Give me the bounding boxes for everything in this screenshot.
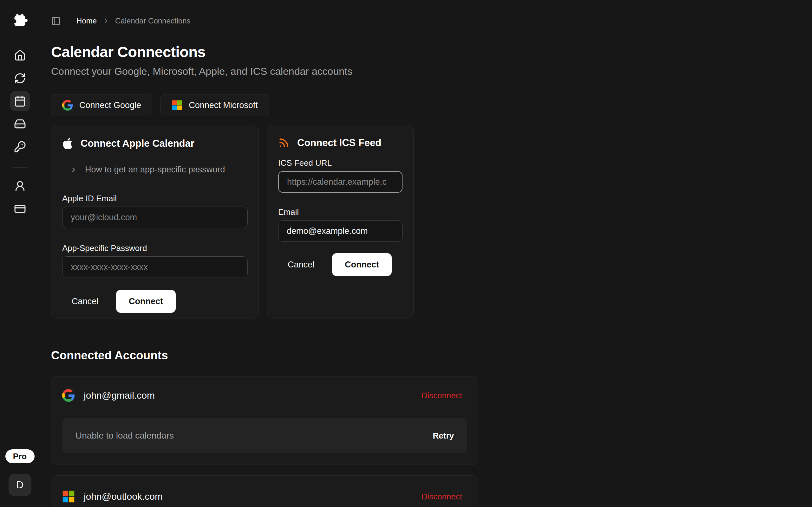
- account-email: john@outlook.com: [84, 491, 163, 502]
- connected-account-card-microsoft: john@outlook.com Disconnect: [51, 475, 478, 507]
- apple-card-title: Connect Apple Calendar: [81, 138, 194, 149]
- main-content: Home Calendar Connections Calendar Conne…: [40, 0, 812, 507]
- help-label: How to get an app-specific password: [85, 165, 225, 175]
- app-logo[interactable]: [12, 13, 28, 29]
- account-email: john@gmail.com: [84, 390, 155, 401]
- app-specific-password-input[interactable]: [62, 257, 248, 278]
- ics-email-input[interactable]: [278, 220, 403, 242]
- ics-card-actions: Cancel Connect: [278, 253, 403, 276]
- sidebar-toggle-button[interactable]: [51, 16, 61, 26]
- calendar-icon: [14, 95, 26, 107]
- ics-feed-url-label: ICS Feed URL: [278, 158, 403, 168]
- microsoft-icon: [62, 490, 75, 503]
- chevron-right-icon: [70, 166, 78, 174]
- provider-buttons: Connect Google Connect Microsoft: [51, 94, 793, 116]
- apple-card-actions: Cancel Connect: [62, 290, 248, 313]
- user-icon: [14, 180, 26, 192]
- panel-left-icon: [51, 16, 61, 26]
- apple-calendar-card: Connect Apple Calendar How to get an app…: [51, 125, 259, 319]
- account-row: john@outlook.com Disconnect: [62, 490, 467, 503]
- connect-google-label: Connect Google: [79, 101, 141, 110]
- disconnect-button[interactable]: Disconnect: [421, 492, 462, 502]
- page-title: Calendar Connections: [51, 43, 793, 60]
- apple-cancel-button[interactable]: Cancel: [62, 290, 108, 313]
- sidebar-item-home[interactable]: [10, 45, 30, 66]
- retry-button[interactable]: Retry: [433, 431, 454, 441]
- sidebar-bottom: Pro D: [5, 449, 35, 507]
- sidebar-item-sync[interactable]: [10, 68, 30, 89]
- hard-drive-icon: [14, 118, 26, 130]
- app-specific-password-label: App-Specific Password: [62, 243, 248, 253]
- pro-badge[interactable]: Pro: [5, 449, 35, 463]
- apple-id-email-label: Apple ID Email: [62, 193, 248, 204]
- home-icon: [14, 49, 26, 61]
- apple-id-email-input[interactable]: [62, 207, 248, 228]
- apple-icon: [62, 137, 73, 150]
- sidebar-item-storage[interactable]: [10, 114, 30, 134]
- ics-card-title: Connect ICS Feed: [297, 137, 381, 149]
- breadcrumb: Home Calendar Connections: [77, 16, 191, 25]
- ics-cancel-button[interactable]: Cancel: [278, 253, 324, 276]
- breadcrumb-current: Calendar Connections: [115, 16, 190, 25]
- chevron-right-icon: [102, 17, 109, 24]
- user-avatar[interactable]: D: [9, 474, 32, 496]
- connect-google-button[interactable]: Connect Google: [51, 94, 152, 116]
- breadcrumb-home-link[interactable]: Home: [77, 16, 97, 25]
- disconnect-button[interactable]: Disconnect: [421, 391, 462, 400]
- sidebar-item-profile[interactable]: [10, 176, 30, 196]
- topbar-divider: [68, 15, 68, 26]
- sidebar-item-api-keys[interactable]: [10, 136, 30, 157]
- apple-connect-button[interactable]: Connect: [116, 290, 176, 313]
- apple-card-header: Connect Apple Calendar: [62, 137, 248, 150]
- sidebar-item-billing[interactable]: [10, 199, 30, 219]
- page-subtitle: Connect your Google, Microsoft, Apple, a…: [51, 66, 793, 77]
- ics-feed-card: Connect ICS Feed ICS Feed URL Email Canc…: [267, 125, 414, 319]
- ics-connect-button[interactable]: Connect: [332, 253, 392, 276]
- google-icon: [62, 100, 73, 111]
- ics-card-header: Connect ICS Feed: [278, 137, 403, 149]
- ics-feed-url-input[interactable]: [278, 171, 403, 193]
- topbar: Home Calendar Connections: [51, 14, 793, 27]
- microsoft-icon: [171, 100, 183, 111]
- refresh-icon: [14, 72, 26, 84]
- account-row: john@gmail.com Disconnect: [62, 389, 467, 402]
- sidebar: Pro D: [0, 0, 40, 507]
- calendar-error-box: Unable to load calendars Retry: [62, 418, 467, 453]
- credit-card-icon: [14, 203, 26, 215]
- app-specific-password-help[interactable]: How to get an app-specific password: [70, 165, 225, 175]
- google-icon: [62, 389, 75, 402]
- sidebar-item-calendar-connections[interactable]: [10, 91, 30, 111]
- connected-account-card-google: john@gmail.com Disconnect Unable to load…: [51, 376, 478, 465]
- connect-microsoft-button[interactable]: Connect Microsoft: [160, 94, 269, 116]
- calendar-puzzle-icon: [12, 13, 28, 29]
- sidebar-nav: [10, 45, 30, 157]
- error-text: Unable to load calendars: [75, 431, 174, 441]
- connect-cards-row: Connect Apple Calendar How to get an app…: [51, 125, 793, 319]
- key-icon: [14, 141, 26, 153]
- connect-microsoft-label: Connect Microsoft: [189, 101, 258, 110]
- connected-accounts-heading: Connected Accounts: [51, 349, 793, 362]
- sidebar-divider: [13, 167, 27, 168]
- rss-icon: [278, 137, 290, 149]
- ics-email-label: Email: [278, 207, 403, 217]
- sidebar-account-nav: [10, 176, 30, 219]
